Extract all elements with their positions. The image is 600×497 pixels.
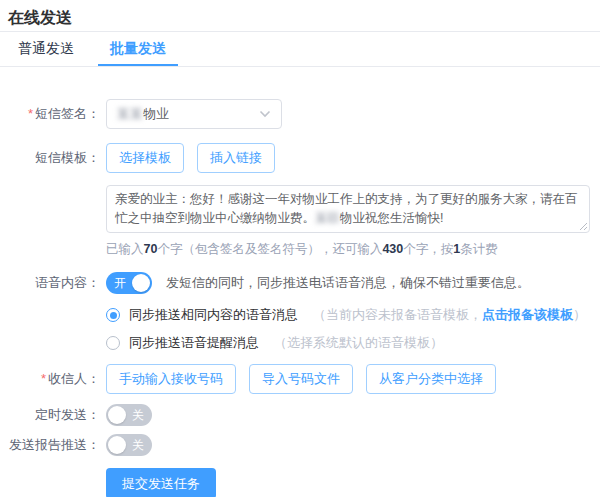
scheduled-send-label: 定时发送：	[0, 406, 100, 424]
import-number-file-button[interactable]: 导入号码文件	[249, 364, 353, 394]
toggle-knob	[108, 436, 126, 454]
report-push-row: 发送报告推送： 关	[0, 434, 600, 456]
signature-select-value: 某某物业	[117, 105, 169, 123]
insert-link-button[interactable]: 插入链接	[197, 143, 275, 173]
message-label-spacer	[0, 185, 100, 191]
resize-handle-icon[interactable]	[579, 222, 588, 231]
report-push-toggle[interactable]: 关	[106, 434, 152, 456]
counter-row: 已输入70个字（包含签名及签名符号），还可输入430个字，按1条计费	[0, 241, 600, 258]
tab-bar: 普通发送 批量发送	[0, 32, 600, 67]
counter-text: 个字，按	[403, 242, 453, 256]
voice-option-same-content-row: 同步推送相同内容的语音消息 （当前内容未报备语音模板，点击报备该模板）	[0, 306, 600, 324]
char-counter: 已输入70个字（包含签名及签名符号），还可输入430个字，按1条计费	[106, 241, 498, 258]
recipients-row: *收信人： 手动输入接收号码 导入号码文件 从客户分类中选择	[0, 364, 600, 394]
page-title: 在线发送	[8, 8, 600, 28]
scheduled-send-row: 定时发送： 关	[0, 404, 600, 426]
radio-same-content-note: （当前内容未报备语音模板，点击报备该模板）	[313, 306, 586, 324]
required-asterisk: *	[28, 106, 33, 121]
radio-dot	[110, 312, 117, 319]
voice-option-reminder-row: 同步推送语音提醒消息 （选择系统默认的语音模板）	[0, 334, 600, 352]
signature-select[interactable]: 某某物业	[106, 99, 282, 129]
recipients-label-text: 收信人：	[48, 371, 100, 386]
report-template-link[interactable]: 点击报备该模板	[482, 307, 573, 322]
voice-toggle[interactable]: 开	[106, 272, 152, 294]
radio-voice-reminder-label[interactable]: 同步推送语音提醒消息	[129, 334, 259, 352]
scheduled-send-toggle[interactable]: 关	[106, 404, 152, 426]
signature-label: *短信签名：	[0, 105, 100, 123]
voice-toggle-state: 开	[114, 272, 126, 294]
message-textarea[interactable]: 亲爱的业主：您好！感谢这一年对物业工作上的支持，为了更好的服务大家，请在百忙之中…	[106, 185, 590, 233]
select-from-customer-category-button[interactable]: 从客户分类中选择	[366, 364, 496, 394]
signature-visible-text: 物业	[143, 106, 169, 121]
signature-label-text: 短信签名：	[35, 106, 100, 121]
message-row: 亲爱的业主：您好！感谢这一年对物业工作上的支持，为了更好的服务大家，请在百忙之中…	[0, 185, 600, 233]
submit-send-task-button[interactable]: 提交发送任务	[106, 468, 216, 497]
tab-batch-send[interactable]: 批量发送	[98, 32, 178, 66]
counter-text: 条计费	[460, 242, 498, 256]
required-asterisk: *	[41, 371, 46, 386]
template-row: 短信模板： 选择模板 插入链接	[0, 143, 600, 173]
redacted-message-text: 某联	[315, 211, 340, 225]
note-text: （当前内容未报备语音模板，	[313, 307, 482, 322]
chevron-down-icon	[259, 110, 271, 118]
note-text: ）	[573, 307, 586, 322]
template-label: 短信模板：	[0, 149, 100, 167]
signature-row: *短信签名： 某某物业	[0, 99, 600, 129]
toggle-knob	[132, 274, 150, 292]
message-part2: 物业祝您生活愉快!	[340, 211, 443, 225]
counter-entered-count: 70	[144, 242, 158, 256]
voice-label: 语音内容：	[0, 274, 100, 292]
submit-row: 提交发送任务	[0, 468, 600, 497]
manual-input-numbers-button[interactable]: 手动输入接收号码	[106, 364, 236, 394]
page-header: 在线发送	[0, 0, 600, 32]
radio-same-content-label[interactable]: 同步推送相同内容的语音消息	[129, 306, 298, 324]
select-template-button[interactable]: 选择模板	[106, 143, 184, 173]
redacted-signature-text: 某某	[117, 106, 143, 121]
batch-send-form: *短信签名： 某某物业 短信模板： 选择模板 插入链接 亲爱的业主：您好！感谢这…	[0, 67, 600, 497]
counter-text: 个字（包含签名及签名符号），还可输入	[157, 242, 382, 256]
radio-voice-reminder-note: （选择系统默认的语音模板）	[274, 334, 443, 352]
recipients-label: *收信人：	[0, 370, 100, 388]
scheduled-send-toggle-state: 关	[132, 404, 144, 426]
voice-row: 语音内容： 开 发短信的同时，同步推送电话语音消息，确保不错过重要信息。	[0, 272, 600, 294]
counter-remaining-count: 430	[382, 242, 403, 256]
voice-description: 发短信的同时，同步推送电话语音消息，确保不错过重要信息。	[166, 274, 530, 292]
tab-normal-send[interactable]: 普通发送	[6, 32, 86, 66]
online-send-page: 在线发送 普通发送 批量发送 *短信签名： 某某物业 短信模板： 选择模板 插入…	[0, 0, 600, 497]
radio-same-content[interactable]	[106, 308, 120, 322]
radio-voice-reminder[interactable]	[106, 336, 120, 350]
report-push-label: 发送报告推送：	[0, 436, 100, 454]
report-push-toggle-state: 关	[132, 434, 144, 456]
counter-text: 已输入	[106, 242, 144, 256]
toggle-knob	[108, 406, 126, 424]
